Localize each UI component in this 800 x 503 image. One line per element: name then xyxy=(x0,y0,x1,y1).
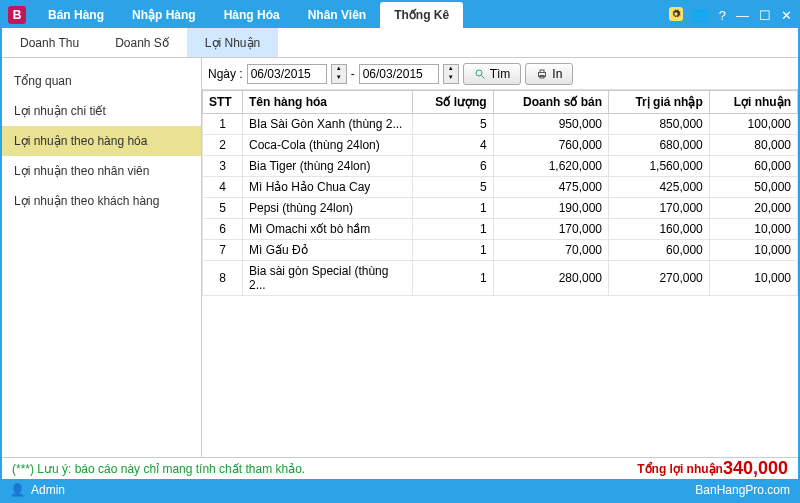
table-wrap[interactable]: STTTên hàng hóaSố lượngDoanh số bánTrị g… xyxy=(202,90,798,457)
print-button[interactable]: In xyxy=(525,63,573,85)
print-button-label: In xyxy=(552,67,562,81)
col-header-2[interactable]: Số lượng xyxy=(413,91,494,114)
app-logo: B xyxy=(8,6,26,24)
col-header-1[interactable]: Tên hàng hóa xyxy=(243,91,413,114)
col-header-0[interactable]: STT xyxy=(203,91,243,114)
titlebar: B Bán HàngNhập HàngHàng HóaNhân ViênThốn… xyxy=(2,2,798,28)
status-brand: BanHangPro.com xyxy=(695,483,790,497)
sidebar: Tổng quanLợi nhuận chi tiếtLợi nhuận the… xyxy=(2,58,202,457)
svg-rect-3 xyxy=(540,70,544,73)
menu-item-2[interactable]: Hàng Hóa xyxy=(210,2,294,28)
maximize-button[interactable]: ☐ xyxy=(759,8,771,23)
sidebar-item-4[interactable]: Lợi nhuận theo khách hàng xyxy=(2,186,201,216)
status-user: Admin xyxy=(31,483,65,497)
sidebar-item-0[interactable]: Tổng quan xyxy=(2,66,201,96)
subtab-1[interactable]: Doanh Số xyxy=(97,28,187,57)
printer-icon xyxy=(536,68,548,80)
table-row[interactable]: 7Mì Gấu Đỏ170,00060,00010,000 xyxy=(203,240,798,261)
footer-note: (***) Lưu ý: báo cáo này chỉ mang tính c… xyxy=(12,462,305,476)
svg-line-1 xyxy=(481,75,484,78)
find-button[interactable]: Tìm xyxy=(463,63,522,85)
subtab-2[interactable]: Lợi Nhuận xyxy=(187,28,278,57)
menu-item-4[interactable]: Thống Kê xyxy=(380,2,463,28)
date-to-input[interactable] xyxy=(359,64,439,84)
date-label: Ngày : xyxy=(208,67,243,81)
menu-item-1[interactable]: Nhập Hàng xyxy=(118,2,210,28)
menu-item-3[interactable]: Nhân Viên xyxy=(294,2,380,28)
sidebar-item-1[interactable]: Lợi nhuận chi tiết xyxy=(2,96,201,126)
close-button[interactable]: ✕ xyxy=(781,8,792,23)
globe-icon[interactable]: 🌐 xyxy=(693,8,709,23)
col-header-5[interactable]: Lợi nhuận xyxy=(709,91,797,114)
subtab-0[interactable]: Doanh Thu xyxy=(2,28,97,57)
status-bar: 👤 Admin BanHangPro.com xyxy=(2,479,798,501)
minimize-button[interactable]: — xyxy=(736,8,749,23)
main-pane: Ngày : ▲▼ - ▲▼ Tìm In STTTên hàng hóaSố … xyxy=(202,58,798,457)
footer-summary: (***) Lưu ý: báo cáo này chỉ mang tính c… xyxy=(2,457,798,479)
date-to-spinner[interactable]: ▲▼ xyxy=(443,64,459,84)
date-from-input[interactable] xyxy=(247,64,327,84)
settings-gear-icon[interactable] xyxy=(669,7,683,24)
user-icon: 👤 xyxy=(10,483,25,497)
filter-bar: Ngày : ▲▼ - ▲▼ Tìm In xyxy=(202,58,798,90)
table-row[interactable]: 5Pepsi (thùng 24lon)1190,000170,00020,00… xyxy=(203,198,798,219)
table-row[interactable]: 4Mì Hảo Hảo Chua Cay5475,000425,00050,00… xyxy=(203,177,798,198)
total-profit-value: 340,000 xyxy=(723,458,788,479)
table-row[interactable]: 3Bia Tiger (thùng 24lon)61,620,0001,560,… xyxy=(203,156,798,177)
help-icon[interactable]: ? xyxy=(719,8,726,23)
table-row[interactable]: 2Coca-Cola (thùng 24lon)4760,000680,0008… xyxy=(203,135,798,156)
sidebar-item-3[interactable]: Lợi nhuận theo nhân viên xyxy=(2,156,201,186)
table-row[interactable]: 1BIa Sài Gòn Xanh (thùng 2...5950,000850… xyxy=(203,114,798,135)
table-row[interactable]: 6Mì Omachi xốt bò hầm1170,000160,00010,0… xyxy=(203,219,798,240)
col-header-4[interactable]: Trị giá nhập xyxy=(609,91,710,114)
date-separator: - xyxy=(351,67,355,81)
title-icons: 🌐 ? — ☐ ✕ xyxy=(669,7,792,24)
search-icon xyxy=(474,68,486,80)
date-from-spinner[interactable]: ▲▼ xyxy=(331,64,347,84)
profit-table: STTTên hàng hóaSố lượngDoanh số bánTrị g… xyxy=(202,90,798,296)
total-profit-label: Tổng lợi nhuận xyxy=(637,462,723,476)
main-menu: Bán HàngNhập HàngHàng HóaNhân ViênThống … xyxy=(34,2,463,28)
sub-tab-bar: Doanh ThuDoanh SốLợi Nhuận xyxy=(2,28,798,58)
sidebar-item-2[interactable]: Lợi nhuận theo hàng hóa xyxy=(2,126,201,156)
table-row[interactable]: 8Bia sài gòn Special (thùng 2...1280,000… xyxy=(203,261,798,296)
find-button-label: Tìm xyxy=(490,67,511,81)
menu-item-0[interactable]: Bán Hàng xyxy=(34,2,118,28)
col-header-3[interactable]: Doanh số bán xyxy=(493,91,608,114)
svg-point-0 xyxy=(476,70,482,76)
